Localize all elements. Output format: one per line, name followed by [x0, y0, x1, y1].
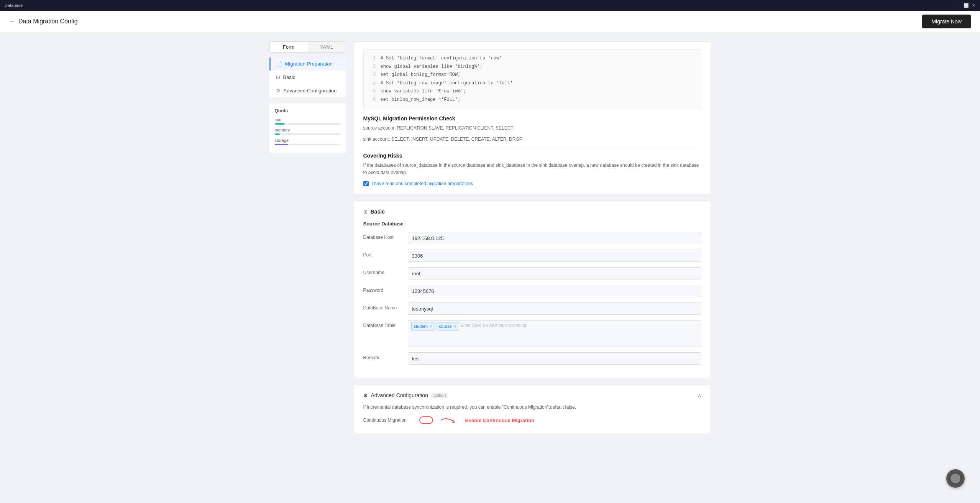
basic-header: ⊞ Basic: [363, 209, 701, 215]
quota-section: Quota cpu memory storage: [269, 104, 346, 153]
code-line-1: 1 # Set 'binlog_format' configuration to…: [370, 54, 695, 63]
advanced-body: If incremental database synchronization …: [363, 404, 701, 426]
option-badge: Option: [431, 393, 448, 398]
advanced-desc: If incremental database synchronization …: [363, 404, 701, 410]
continuous-row: Continuous Migration Enable Continuous M…: [363, 414, 701, 426]
titlebar-title: Database: [5, 3, 23, 8]
form-row-db-host: Database Host: [363, 232, 701, 244]
collapse-icon[interactable]: ∧: [698, 392, 701, 398]
advanced-config-icon: ⚙: [276, 88, 281, 94]
sidebar-item-basic[interactable]: ⊞ Basic: [269, 71, 346, 84]
code-line-4: 4 # Set 'binlog_row_image' configuration…: [370, 79, 695, 88]
migration-preparation-icon: 📄: [276, 61, 282, 67]
db-host-label: Database Host: [363, 232, 402, 240]
quota-memory-bar-fill: [275, 133, 280, 135]
quota-cpu-bar-fill: [275, 123, 285, 125]
db-host-input[interactable]: [408, 232, 701, 244]
quota-storage-bar-fill: [275, 144, 288, 145]
window-controls[interactable]: — ⬜ ✕: [956, 3, 975, 8]
password-label: Password: [363, 285, 402, 293]
form-row-password: Password: [363, 285, 701, 297]
basic-section-icon: ⊞: [363, 209, 368, 215]
migration-checkbox[interactable]: [363, 181, 369, 186]
db-name-label: DataBase Name: [363, 302, 402, 311]
advanced-header[interactable]: ⚙ Advanced Configuration Option ∧: [363, 392, 701, 398]
continuous-label: Continuous Migration: [363, 418, 413, 423]
quota-cpu-bar-bg: [275, 123, 341, 125]
sidebar-item-advanced-configuration[interactable]: ⚙ Advanced Configuration: [269, 84, 346, 97]
tag-student-close[interactable]: ✕: [429, 324, 432, 329]
table-label: DataBase Table: [363, 320, 402, 328]
code-line-3: 3 set global binlog_format=ROW;: [370, 71, 695, 79]
port-input[interactable]: [408, 250, 701, 262]
remark-label: Remark: [363, 352, 402, 360]
migration-preparation-card: 1 # Set 'binlog_format' configuration to…: [354, 41, 711, 194]
quota-memory-label: memory: [275, 128, 341, 132]
back-button[interactable]: ←: [9, 18, 15, 25]
enable-text: Enable Continuous Migration: [465, 418, 535, 423]
sidebar-item-label: Basic: [283, 74, 295, 80]
tab-yaml[interactable]: YAML: [308, 42, 346, 52]
covering-risks-desc: If the databases of source_database in t…: [363, 162, 701, 176]
header: ← Data Migration Config Migrate Now: [0, 11, 980, 32]
form-row-db-name: DataBase Name: [363, 302, 701, 315]
titlebar: Database — ⬜ ✕: [0, 0, 980, 11]
quota-title: Quota: [275, 108, 341, 113]
circle-inner: [949, 472, 962, 485]
sidebar-item-label: Migration Preparation: [285, 61, 333, 67]
toggle-wrapper: [419, 416, 433, 424]
advanced-header-left: ⚙ Advanced Configuration Option: [363, 392, 448, 398]
basic-title: Basic: [371, 209, 385, 215]
remark-input[interactable]: [408, 352, 701, 365]
permission-sink: sink account: SELECT, INSERT, UPDATE, DE…: [363, 136, 701, 143]
table-placeholder: Enter Save && All means exporting: [461, 322, 526, 327]
basic-icon: ⊞: [276, 74, 280, 80]
form-row-port: Port: [363, 250, 701, 262]
enable-arrow-icon: [439, 414, 462, 426]
sidebar-tabs: Form YAML: [269, 41, 346, 53]
covering-risks-title: Covering Risks: [363, 153, 701, 159]
migrate-now-button[interactable]: Migrate Now: [922, 15, 971, 28]
quota-cpu-label: cpu: [275, 117, 341, 122]
tab-form[interactable]: Form: [270, 42, 308, 52]
minimize-btn[interactable]: —: [956, 3, 960, 8]
form-row-username: Username: [363, 267, 701, 279]
tags-input[interactable]: student ✕ course ✕ Enter Save && All mea…: [408, 320, 701, 347]
code-line-5: 5 show variables like '%row_im%';: [370, 87, 695, 96]
username-label: Username: [363, 267, 402, 275]
code-line-6: 6 set binlog_row_image ='FULL';: [370, 96, 695, 104]
floating-circle-button[interactable]: [946, 469, 965, 488]
page-title: Data Migration Config: [18, 18, 78, 25]
main-content: Form YAML 📄 Migration Preparation ⊞ Basi…: [260, 32, 720, 443]
tag-course: course ✕: [437, 322, 459, 330]
checkbox-label[interactable]: I have read and completed migration prep…: [372, 181, 473, 186]
checkbox-row: I have read and completed migration prep…: [363, 181, 701, 186]
advanced-config-icon: ⚙: [363, 393, 368, 398]
quota-memory: memory: [275, 128, 341, 135]
permission-check-title: MySQL Migration Permission Check: [363, 115, 701, 122]
nav-items: 📄 Migration Preparation ⊞ Basic ⚙ Advanc…: [269, 57, 346, 97]
username-input[interactable]: [408, 267, 701, 279]
close-btn[interactable]: ✕: [972, 3, 975, 8]
continuous-migration-toggle[interactable]: [419, 416, 433, 424]
sidebar-item-label: Advanced Configuration: [284, 88, 337, 94]
source-db-title: Source Database: [363, 221, 701, 227]
tag-course-close[interactable]: ✕: [453, 324, 456, 329]
db-name-input[interactable]: [408, 302, 701, 315]
quota-memory-bar-bg: [275, 133, 341, 135]
sidebar-item-migration-preparation[interactable]: 📄 Migration Preparation: [269, 57, 346, 71]
code-line-2: 2 show global variables like 'binlog%';: [370, 63, 695, 71]
header-left: ← Data Migration Config: [9, 18, 78, 25]
advanced-card: ⚙ Advanced Configuration Option ∧ If inc…: [354, 384, 711, 434]
quota-storage: storage: [275, 138, 341, 145]
advanced-title: Advanced Configuration: [371, 392, 428, 398]
quota-storage-bar-bg: [275, 144, 341, 145]
password-input[interactable]: [408, 285, 701, 297]
form-row-remark: Remark: [363, 352, 701, 365]
quota-storage-label: storage: [275, 138, 341, 143]
quota-cpu: cpu: [275, 117, 341, 125]
content-area: 1 # Set 'binlog_format' configuration to…: [354, 41, 711, 434]
maximize-btn[interactable]: ⬜: [964, 3, 969, 8]
port-label: Port: [363, 250, 402, 258]
code-block: 1 # Set 'binlog_format' configuration to…: [363, 49, 701, 109]
